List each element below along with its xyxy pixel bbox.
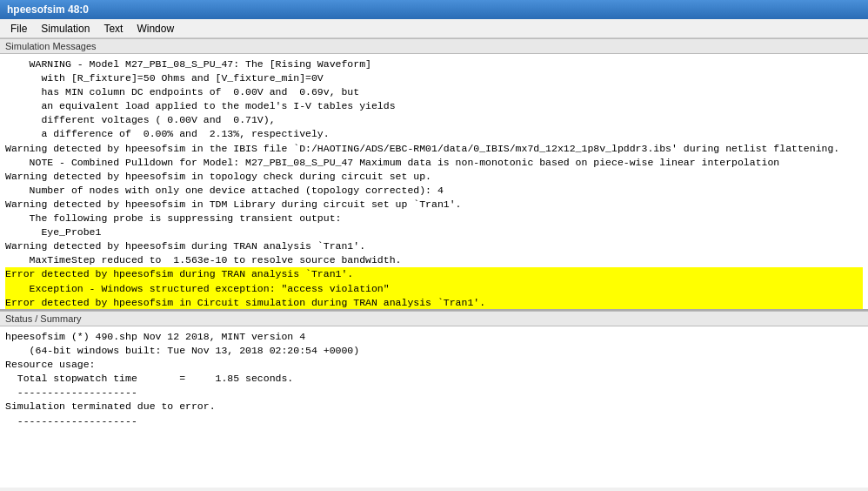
simulation-message-line: Warning detected by hpeesofsim in the IB… — [5, 142, 863, 156]
title-bar: hpeesofsim 48:0 — [0, 0, 868, 19]
simulation-message-line: Error detected by hpeesofsim during TRAN… — [5, 267, 863, 281]
status-summary-pane[interactable]: hpeesofsim (*) 490.shp Nov 12 2018, MINT… — [0, 326, 868, 488]
simulation-message-line: with [R_fixture]=50 Ohms and [V_fixture_… — [5, 71, 863, 85]
simulation-message-line: a difference of 0.00% and 2.13%, respect… — [5, 127, 863, 141]
simulation-message-line: Eye_Probe1 — [5, 225, 863, 239]
simulation-message-line: MaxTimeStep reduced to 1.563e-10 to reso… — [5, 253, 863, 267]
simulation-message-line: has MIN column DC endpoints of 0.00V and… — [5, 85, 863, 99]
menu-simulation[interactable]: Simulation — [34, 21, 97, 37]
status-line: hpeesofsim (*) 490.shp Nov 12 2018, MINT… — [5, 330, 863, 344]
simulation-message-line: Warning detected by hpeesofsim in TDM Li… — [5, 198, 863, 212]
simulation-message-line: The following probe is suppressing trans… — [5, 212, 863, 225]
status-summary-label: Status / Summary — [0, 311, 868, 326]
simulation-message-line: an equivalent load applied to the model'… — [5, 99, 863, 113]
status-line: Simulation terminated due to error. — [5, 400, 863, 414]
menu-file[interactable]: File — [3, 21, 34, 37]
status-line: -------------------- — [5, 414, 863, 428]
simulation-message-line: Warning detected by hpeesofsim in topolo… — [5, 170, 863, 184]
simulation-message-line: Number of nodes with only one device att… — [5, 184, 863, 198]
simulation-messages-pane[interactable]: WARNING - Model M27_PBI_08_S_PU_47: The … — [0, 54, 868, 311]
app-title: hpeesofsim 48:0 — [7, 3, 89, 16]
simulation-message-line: Exception - Windows structured exception… — [5, 282, 863, 296]
simulation-messages-label: Simulation Messages — [0, 38, 868, 54]
menu-bar: File Simulation Text Window — [0, 19, 868, 38]
simulation-message-line: Warning detected by hpeesofsim during TR… — [5, 239, 863, 253]
menu-window[interactable]: Window — [130, 21, 181, 37]
status-line: -------------------- — [5, 386, 863, 400]
simulation-message-line: WARNING - Model M27_PBI_08_S_PU_47: The … — [5, 57, 863, 71]
simulation-message-line: Error detected by hpeesofsim in Circuit … — [5, 296, 863, 310]
status-line: Total stopwatch time = 1.85 seconds. — [5, 372, 863, 386]
simulation-message-line: different voltages ( 0.00V and 0.71V), — [5, 113, 863, 127]
status-line: Resource usage: — [5, 358, 863, 372]
menu-text[interactable]: Text — [97, 21, 130, 37]
status-line: (64-bit windows built: Tue Nov 13, 2018 … — [5, 344, 863, 358]
simulation-message-line: NOTE - Combined Pulldown for Model: M27_… — [5, 156, 863, 170]
